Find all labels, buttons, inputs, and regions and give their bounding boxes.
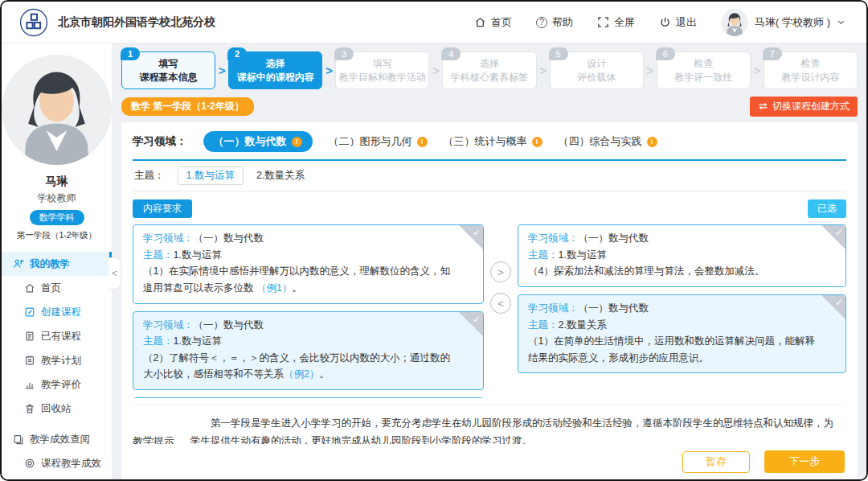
profile-name: 马琳 <box>2 175 112 189</box>
profile-role: 学校教师 <box>2 191 112 205</box>
step-number-badge: 3 <box>334 47 354 60</box>
step-number-badge: 6 <box>656 47 675 60</box>
step-number-badge: 5 <box>549 47 568 60</box>
sidebar-profile: 马琳 学校教师 数学学科 第一学段（1-2年级） <box>2 43 112 241</box>
wizard-step-5[interactable]: 5 设计评价载体 <box>550 51 644 89</box>
avatar <box>721 9 748 36</box>
wizard-step-3[interactable]: 3 填写教学目标和教学活动 <box>335 51 429 89</box>
profile-avatar <box>2 154 112 167</box>
step-arrow-icon: > <box>537 64 550 77</box>
tips-label: 教学提示 <box>133 415 190 444</box>
sidebar: 马琳 学校教师 数学学科 第一学段（1-2年级） 我的教学 首页 创建课程 <box>2 43 113 479</box>
help-icon: ? <box>536 17 547 28</box>
step-arrow-icon: > <box>215 64 228 77</box>
school-logo-icon <box>19 8 48 37</box>
target-icon <box>24 458 35 469</box>
sidebar-collapse-handle[interactable]: < <box>108 257 121 290</box>
wizard-step-4[interactable]: 4 选择学科核心素养标签 <box>442 51 536 89</box>
step-number-badge: 1 <box>121 47 140 60</box>
tab-topic-2[interactable]: 2.数量关系 <box>256 169 305 183</box>
content-requirements-badge: 内容要求 <box>133 199 192 218</box>
step-arrow-icon: > <box>644 64 657 77</box>
home-icon <box>474 16 486 28</box>
tab-domain-2[interactable]: （二）图形与几何 ! <box>329 134 428 149</box>
home-icon <box>24 282 35 294</box>
nav-logout[interactable]: 退出 <box>659 15 697 30</box>
sidebar-item-existing-courses[interactable]: 已有课程 <box>2 324 112 348</box>
sidebar-item-my-teaching[interactable]: 我的教学 <box>2 252 112 276</box>
app-window: 北京市朝阳外国语学校北苑分校 首页 ? 帮助 全屏 退出 <box>0 0 868 481</box>
switch-create-mode-button[interactable]: 切换课程创建方式 <box>750 97 858 117</box>
sidebar-item-recycle-bin[interactable]: 回收站 <box>2 397 112 421</box>
selected-badge: 已选 <box>808 199 846 218</box>
warning-dot-icon: ! <box>417 137 428 147</box>
check-icon: ✓ <box>835 225 843 241</box>
step-arrow-icon: > <box>751 64 764 77</box>
sidebar-item-teaching-evaluation[interactable]: 教学评价 <box>2 372 112 397</box>
next-step-button[interactable]: 下一步 <box>764 450 845 473</box>
school-name: 北京市朝阳外国语学校北苑分校 <box>58 15 215 30</box>
wizard-step-7[interactable]: 7 检查教学设计内容 <box>764 51 858 89</box>
nav-help[interactable]: ? 帮助 <box>536 15 573 30</box>
topic-label: 主题： <box>134 169 165 183</box>
selected-list: ✓ 学习领域：（一）数与代数 主题：1.数与运算 （4）探索加法和减法的算理与算… <box>518 224 846 398</box>
content-card[interactable]: ✓ 学习领域：（一）数与代数 主题：1.数与运算 （1）在实际情境中感悟并理解万… <box>133 224 484 304</box>
move-right-button[interactable]: > <box>490 261 511 282</box>
wizard-step-1[interactable]: 1 填写课程基本信息 <box>121 51 215 89</box>
content-card[interactable]: ✓ 学习领域：（一）数与代数 主题：1.数与运算 （4）探索加法和减法的算理与算… <box>518 224 846 287</box>
step-number-badge: 7 <box>763 47 782 60</box>
chevron-down-icon <box>837 18 845 27</box>
teaching-tips: 教学提示 第一学段是学生进入小学学习的开始，要充分考虑学生在幼儿园阶段形成的活动… <box>133 405 846 444</box>
warning-dot-icon: ! <box>647 137 657 147</box>
step-number-badge: 2 <box>227 47 247 60</box>
section-badges: 内容要求 已选 <box>133 199 846 218</box>
user-display-name: 马琳( 学校教师 ) <box>755 15 830 30</box>
wizard-step-2[interactable]: 2 选择课标中的课程内容 <box>228 51 322 89</box>
tab-domain-1[interactable]: （一）数与代数 ! <box>203 131 313 152</box>
transfer-columns: ✓ 学习领域：（一）数与代数 主题：1.数与运算 （1）在实际情境中感悟并理解万… <box>133 224 846 398</box>
app-header: 北京市朝阳外国语学校北苑分校 首页 ? 帮助 全屏 退出 <box>2 2 866 43</box>
check-icon: ✓ <box>473 225 481 241</box>
power-icon <box>659 16 671 28</box>
files-icon <box>13 434 24 445</box>
tab-domain-3[interactable]: （三）统计与概率 ! <box>444 134 542 149</box>
main-content: 1 填写课程基本信息 > 2 选择课标中的课程内容 > 3 填写教学目标和教学活… <box>113 43 866 479</box>
content-panel: 学习领域： （一）数与代数 ! （二）图形与几何 ! （三）统计与概率 ! （ <box>121 122 858 479</box>
document-icon <box>24 331 35 342</box>
domain-tabs: 学习领域： （一）数与代数 ! （二）图形与几何 ! （三）统计与概率 ! （ <box>133 131 846 161</box>
sidebar-item-subject-effect[interactable]: 学科教学成效 <box>2 475 112 479</box>
nav-fullscreen[interactable]: 全屏 <box>597 15 635 30</box>
move-left-button[interactable]: < <box>490 293 511 314</box>
context-row: 数学 第一学段（1-2年级） 切换课程创建方式 <box>121 97 858 116</box>
swap-icon <box>758 102 768 110</box>
step-wizard: 1 填写课程基本信息 > 2 选择课标中的课程内容 > 3 填写教学目标和教学活… <box>121 51 858 89</box>
clipboard-icon <box>24 355 35 366</box>
domain-label: 学习领域： <box>133 134 187 149</box>
content-card[interactable]: ✓ 学习领域：（一）数与代数 主题：1.数与运算 <box>133 397 484 398</box>
user-menu[interactable]: 马琳( 学校教师 ) <box>721 9 845 36</box>
check-icon: ✓ <box>835 295 843 311</box>
sidebar-item-home[interactable]: 首页 <box>2 276 112 300</box>
step-number-badge: 4 <box>441 47 461 60</box>
available-list: ✓ 学习领域：（一）数与代数 主题：1.数与运算 （1）在实际情境中感悟并理解万… <box>133 224 484 398</box>
footer-actions: 暂存 下一步 <box>133 444 846 479</box>
profile-stage: 第一学段（1-2年级） <box>2 230 112 241</box>
bar-chart-icon <box>24 379 35 390</box>
sidebar-item-teaching-plan[interactable]: 教学计划 <box>2 348 112 372</box>
trash-icon <box>24 403 35 414</box>
tab-topic-1[interactable]: 1.数与运算 <box>178 166 244 185</box>
sidebar-item-create-course[interactable]: 创建课程 <box>2 300 112 324</box>
step-arrow-icon: > <box>429 64 442 77</box>
subject-stage-badge: 数学 第一学段（1-2年级） <box>121 97 254 116</box>
warning-dot-icon: ! <box>532 137 542 147</box>
sidebar-item-effect-review[interactable]: 教学成效查阅 <box>2 427 112 451</box>
sidebar-item-course-effect[interactable]: 课程教学成效 <box>2 451 112 475</box>
nav-home[interactable]: 首页 <box>474 15 512 30</box>
save-draft-button[interactable]: 暂存 <box>682 451 750 473</box>
wizard-step-6[interactable]: 6 检查教学评一致性 <box>657 51 751 89</box>
content-card[interactable]: ✓ 学习领域：（一）数与代数 主题：1.数与运算 （2）了解符号＜，＝，＞的含义… <box>133 311 484 391</box>
transfer-controls: > < <box>484 224 518 398</box>
content-card[interactable]: ✓ 学习领域：（一）数与代数 主题：2.数量关系 （1）在简单的生活情境中，运用… <box>518 294 846 374</box>
teacher-icon <box>13 258 24 269</box>
tab-domain-4[interactable]: （四）综合与实践 ! <box>559 134 657 149</box>
